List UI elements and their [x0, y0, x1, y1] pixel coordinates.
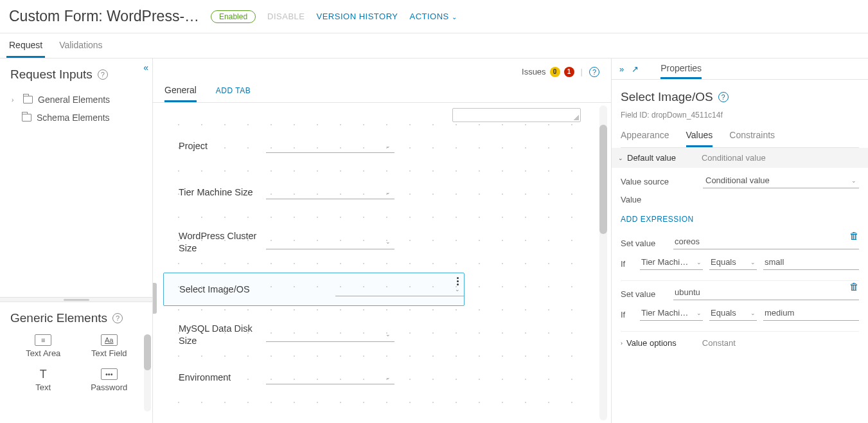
- field-select-image-os[interactable]: Select Image/OS ⌄: [163, 273, 465, 306]
- value-source-select[interactable]: Conditional value⌄: [703, 174, 859, 188]
- ptab-appearance[interactable]: Appearance: [621, 130, 669, 147]
- tree-general-elements[interactable]: › General Elements: [10, 91, 142, 109]
- splitter[interactable]: [0, 297, 152, 302]
- generic-elements-title: Generic Elements?: [10, 311, 142, 325]
- field-mysql-disk-size[interactable]: MySQL Data Disk Size ⌄: [163, 323, 465, 347]
- constant-label: Constant: [702, 338, 736, 348]
- cond-value-input[interactable]: medium: [763, 308, 859, 321]
- help-icon[interactable]: ?: [98, 69, 108, 80]
- field-label: Environment: [163, 372, 266, 382]
- tab-request[interactable]: Request: [6, 33, 45, 58]
- canvas-tab-general[interactable]: General: [164, 85, 197, 102]
- issues-label: Issues: [522, 67, 546, 76]
- error-badge[interactable]: 1: [564, 67, 574, 77]
- ptab-constraints[interactable]: Constraints: [729, 130, 775, 147]
- cond-value-input[interactable]: small: [763, 257, 859, 270]
- help-icon[interactable]: ?: [589, 67, 599, 77]
- cond-field-select[interactable]: Tier Machi…⌄: [640, 308, 703, 321]
- cond-field-select[interactable]: Tier Machi…⌄: [640, 257, 703, 270]
- set-value-label: Set value: [621, 289, 667, 299]
- add-expression-button[interactable]: ADD EXPRESSION: [621, 204, 859, 230]
- page-header: Custom Form: WordPress-… Enabled DISABLE…: [0, 0, 868, 33]
- field-label: Project: [163, 141, 266, 151]
- set-value-input[interactable]: coreos: [673, 237, 859, 249]
- dropdown-input[interactable]: ⌄: [335, 282, 464, 296]
- folder-icon: [22, 114, 31, 122]
- fullscreen-icon[interactable]: ↗: [632, 64, 639, 74]
- properties-panel: » ↗ Properties Select Image/OS? Field ID…: [611, 59, 868, 423]
- canvas-scrollbar[interactable]: [599, 105, 607, 420]
- tab-validations[interactable]: Validations: [57, 33, 105, 58]
- field-label: Select Image/OS: [164, 284, 267, 294]
- left-drag-handle[interactable]: [153, 283, 157, 314]
- add-tab-button[interactable]: ADD TAB: [216, 86, 251, 102]
- help-icon[interactable]: ?: [718, 92, 729, 102]
- toggle-conditional-value[interactable]: Conditional value: [702, 153, 766, 163]
- cond-op-select[interactable]: Equals⌄: [709, 257, 757, 270]
- delete-expression-icon[interactable]: 🗑: [849, 230, 859, 241]
- expression-2: 🗑 Set value ubuntu If Tier Machi…⌄ Equal…: [621, 281, 859, 332]
- ptab-values[interactable]: Values: [686, 130, 713, 147]
- subtabs: Request Validations: [0, 33, 868, 59]
- actions-menu[interactable]: ACTIONS⌄: [409, 12, 457, 21]
- dropdown-input[interactable]: ⌄: [266, 139, 394, 153]
- chevron-right-icon: ›: [12, 96, 18, 104]
- value-label: Value: [621, 195, 698, 204]
- field-label: WordPress Cluster Size: [163, 230, 266, 255]
- palette-textfield[interactable]: AaText Field: [76, 330, 143, 362]
- collapse-left-icon[interactable]: «: [143, 62, 148, 73]
- value-source-label: Value source: [621, 177, 698, 186]
- field-label: MySQL Data Disk Size: [163, 323, 266, 347]
- field-project[interactable]: Project ⌄: [163, 139, 465, 153]
- help-icon[interactable]: ?: [112, 313, 123, 323]
- tree-schema-elements[interactable]: Schema Elements: [10, 109, 142, 127]
- if-label: If: [621, 259, 633, 269]
- field-wp-cluster-size[interactable]: WordPress Cluster Size ⌄: [163, 230, 465, 255]
- scrollbar[interactable]: [144, 334, 151, 411]
- toggle-value-options[interactable]: ›Value options: [621, 338, 677, 348]
- kebab-icon[interactable]: [457, 277, 459, 285]
- field-environment[interactable]: Environment ⌄: [163, 370, 465, 384]
- canvas-panel: Issues 0 1 | ? General ADD TAB Project ⌄: [153, 59, 611, 423]
- set-value-label: Set value: [621, 239, 667, 248]
- dropdown-input[interactable]: ⌄: [266, 185, 394, 199]
- palette-password[interactable]: •••Password: [76, 364, 143, 396]
- field-textarea-resizer[interactable]: [452, 108, 581, 122]
- expand-right-icon[interactable]: »: [619, 64, 624, 74]
- version-history-button[interactable]: VERSION HISTORY: [317, 12, 398, 21]
- field-label: Tier Machine Size: [163, 187, 266, 197]
- dropdown-input[interactable]: ⌄: [266, 370, 394, 384]
- page-title: Custom Form: WordPress-…: [9, 8, 199, 25]
- field-id: Field ID: dropDown_4511c14f: [621, 111, 859, 120]
- toggle-default-value[interactable]: ⌄Default value: [618, 153, 676, 163]
- request-inputs-title: Request Inputs?: [10, 68, 142, 82]
- disable-button[interactable]: DISABLE: [267, 12, 305, 21]
- dropdown-input[interactable]: ⌄: [266, 328, 394, 342]
- tab-properties[interactable]: Properties: [660, 59, 702, 79]
- delete-expression-icon[interactable]: 🗑: [849, 281, 859, 292]
- folder-icon: [23, 96, 33, 104]
- properties-title: Select Image/OS?: [621, 90, 859, 104]
- expression-1: 🗑 Set value coreos If Tier Machi…⌄ Equal…: [621, 230, 859, 281]
- palette-textarea[interactable]: ≡Text Area: [10, 330, 76, 362]
- cond-op-select[interactable]: Equals⌄: [709, 308, 757, 321]
- left-panel: « Request Inputs? › General Elements Sch…: [0, 59, 153, 423]
- warn-badge[interactable]: 0: [550, 67, 560, 77]
- set-value-input[interactable]: ubuntu: [673, 287, 859, 300]
- palette-text[interactable]: TText: [10, 364, 76, 396]
- dropdown-input[interactable]: ⌄: [266, 235, 394, 249]
- status-badge: Enabled: [211, 10, 256, 23]
- if-label: If: [621, 310, 633, 320]
- field-tier-machine-size[interactable]: Tier Machine Size ⌄: [163, 185, 465, 199]
